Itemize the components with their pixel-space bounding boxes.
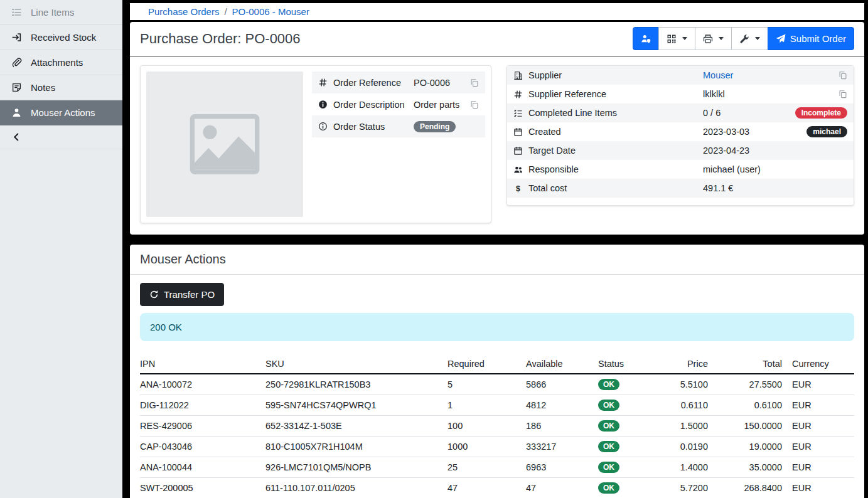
barcode-actions-button[interactable] bbox=[658, 27, 695, 50]
detail-row-order-reference: Order ReferencePO-0006 bbox=[312, 72, 485, 93]
user-icon bbox=[11, 107, 22, 118]
cell-required: 100 bbox=[447, 416, 526, 437]
sidebar-collapse-button[interactable] bbox=[0, 125, 122, 149]
cell-ipn: DIG-112022 bbox=[140, 395, 265, 416]
detail-row-supplier: SupplierMouser bbox=[507, 66, 854, 85]
detail-value: Pending bbox=[414, 121, 456, 132]
copy-icon[interactable] bbox=[470, 100, 479, 109]
cell-price: 0.6110 bbox=[661, 395, 708, 416]
detail-row-extra bbox=[470, 100, 479, 109]
column-header-sku: SKU bbox=[265, 354, 447, 374]
column-header-total: Total bbox=[708, 354, 782, 374]
sidebar-item-attachments[interactable]: Attachments bbox=[0, 50, 122, 75]
list-check-icon bbox=[513, 109, 528, 118]
column-header-ipn: IPN bbox=[140, 354, 265, 374]
supplier-details-table: SupplierMouserSupplier ReferencelklklklC… bbox=[507, 66, 854, 198]
breadcrumb-separator: / bbox=[224, 6, 227, 17]
parts-table-row-ana-100044: ANA-100044926-LMC7101QM5/NOPB256963OK1.4… bbox=[140, 457, 854, 478]
cell-required: 1 bbox=[447, 395, 526, 416]
breadcrumb-link-purchase-orders[interactable]: Purchase Orders bbox=[148, 6, 219, 17]
cell-currency: EUR bbox=[782, 395, 854, 416]
parts-table-row-cap-043046: CAP-043046810-C1005X7R1H104M1000333217OK… bbox=[140, 437, 854, 457]
sidebar-item-notes[interactable]: Notes bbox=[0, 75, 122, 100]
sidebar-item-received-stock[interactable]: Received Stock bbox=[0, 25, 122, 50]
cell-price: 5.5100 bbox=[661, 374, 708, 395]
dollar-icon: $ bbox=[513, 184, 528, 193]
cell-price: 1.4000 bbox=[661, 457, 708, 478]
status-badge-ok: OK bbox=[598, 400, 619, 411]
copy-icon[interactable] bbox=[839, 71, 847, 80]
detail-value: Order parts bbox=[414, 100, 459, 110]
cell-sku: 250-72981KLRATR150B3 bbox=[265, 374, 447, 395]
sidebar-item-label: Attachments bbox=[31, 57, 83, 68]
detail-value: 2023-03-03 bbox=[703, 127, 749, 137]
sidebar-item-mouser-actions[interactable]: Mouser Actions bbox=[0, 100, 122, 125]
cell-sku: 810-C1005X7R1H104M bbox=[265, 437, 447, 457]
detail-value: lklklkl bbox=[703, 89, 725, 99]
cell-available: 47 bbox=[526, 478, 598, 498]
cell-status: OK bbox=[598, 478, 661, 498]
tools-icon bbox=[739, 34, 749, 44]
part-image-placeholder[interactable] bbox=[146, 72, 303, 217]
cell-available: 6963 bbox=[526, 457, 598, 478]
sign-in-icon bbox=[11, 32, 22, 43]
breadcrumb: Purchase Orders/PO-0006 - Mouser bbox=[130, 3, 864, 20]
page-title: Purchase Order: PO-0006 bbox=[140, 31, 301, 47]
status-badge-ok: OK bbox=[598, 482, 619, 494]
detail-label: Supplier Reference bbox=[528, 89, 703, 99]
detail-label: Total cost bbox=[528, 183, 703, 193]
parts-table-row-dig-112022: DIG-112022595-SN74HCS74QPWRQ114812OK0.61… bbox=[140, 395, 854, 416]
info-outline-icon bbox=[318, 122, 333, 131]
supplier-link[interactable]: Mouser bbox=[703, 70, 733, 80]
copy-icon[interactable] bbox=[839, 90, 847, 98]
detail-row-order-status: Order StatusPending bbox=[312, 115, 485, 137]
sidebar-nav: Line ItemsReceived StockAttachmentsNotes… bbox=[0, 0, 122, 125]
status-badge-ok: OK bbox=[598, 420, 619, 432]
mouser-actions-panel: Mouser Actions Transfer PO 200 OK IPNSKU… bbox=[130, 245, 864, 498]
mouser-actions-panel-header: Mouser Actions bbox=[130, 245, 864, 275]
print-actions-button[interactable] bbox=[695, 27, 732, 50]
svg-text:$: $ bbox=[516, 184, 520, 193]
detail-value: michael (user) bbox=[703, 164, 761, 174]
cell-sku: 611-110.107.011/0205 bbox=[265, 478, 447, 498]
status-badge-ok: OK bbox=[598, 441, 619, 452]
admin-view-button[interactable] bbox=[633, 27, 659, 50]
transfer-po-button[interactable]: Transfer PO bbox=[140, 283, 224, 306]
supplier-details-card: SupplierMouserSupplier ReferencelklklklC… bbox=[506, 65, 854, 206]
cell-ipn: ANA-100044 bbox=[140, 457, 265, 478]
cell-status: OK bbox=[598, 437, 661, 457]
detail-row-total-cost: $Total cost491.1 € bbox=[507, 179, 854, 198]
toolbar: Submit Order bbox=[633, 27, 854, 50]
copy-icon[interactable] bbox=[470, 78, 479, 87]
cell-currency: EUR bbox=[782, 437, 854, 457]
detail-label: Order Reference bbox=[333, 78, 414, 88]
cell-ipn: ANA-100072 bbox=[140, 374, 265, 395]
detail-label: Responsible bbox=[528, 164, 703, 174]
cell-total: 27.5500 bbox=[708, 374, 782, 395]
sidebar-item-line-items[interactable]: Line Items bbox=[0, 0, 122, 25]
cell-required: 5 bbox=[447, 374, 526, 395]
detail-row-extra: michael bbox=[806, 126, 847, 137]
detail-label: Order Description bbox=[333, 100, 414, 110]
detail-label: Order Status bbox=[333, 122, 414, 132]
detail-label: Created bbox=[528, 127, 703, 137]
mouser-actions-body: Transfer PO 200 OK IPNSKURequiredAvailab… bbox=[130, 275, 864, 498]
parts-table-row-ana-100072: ANA-100072250-72981KLRATR150B355866OK5.5… bbox=[140, 374, 854, 395]
sidebar-item-label: Line Items bbox=[31, 7, 74, 18]
submit-order-button[interactable]: Submit Order bbox=[768, 27, 854, 50]
cell-status: OK bbox=[598, 416, 661, 437]
breadcrumb-link-po-0006-mouser[interactable]: PO-0006 - Mouser bbox=[232, 6, 309, 17]
status-badge-pending: Pending bbox=[414, 121, 456, 132]
detail-label: Target Date bbox=[528, 146, 703, 156]
cell-total: 150.0000 bbox=[708, 416, 782, 437]
detail-label: Completed Line Items bbox=[528, 108, 703, 118]
cell-ipn: CAP-043046 bbox=[140, 437, 265, 457]
parts-table-row-swt-200005: SWT-200005611-110.107.011/02054747OK5.72… bbox=[140, 478, 854, 498]
status-badge-ok: OK bbox=[598, 462, 619, 473]
detail-row-supplier-reference: Supplier Referencelklklkl bbox=[507, 85, 854, 103]
calendar-icon bbox=[513, 127, 528, 137]
detail-row-responsible: Responsiblemichael (user) bbox=[507, 160, 854, 179]
detail-label: Supplier bbox=[528, 70, 703, 80]
order-actions-button[interactable] bbox=[731, 27, 768, 50]
sidebar: Line ItemsReceived StockAttachmentsNotes… bbox=[0, 0, 122, 498]
